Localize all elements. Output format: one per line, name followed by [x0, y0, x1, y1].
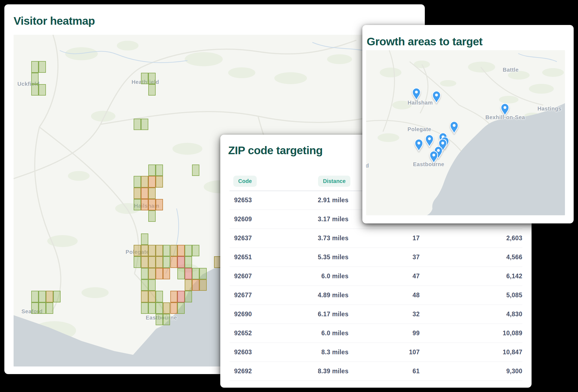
heat-cell[interactable]	[156, 314, 163, 325]
heat-cell[interactable]	[134, 176, 141, 187]
heat-cell[interactable]	[134, 256, 141, 268]
heat-cell[interactable]	[156, 165, 163, 176]
heat-cell[interactable]	[177, 245, 185, 256]
heat-cell[interactable]	[170, 302, 178, 314]
heat-cell[interactable]	[134, 199, 141, 210]
heat-cell[interactable]	[141, 233, 148, 245]
heat-cell[interactable]	[148, 268, 156, 279]
heat-cell[interactable]	[39, 61, 46, 72]
heat-cell[interactable]	[156, 291, 163, 302]
heat-cell[interactable]	[46, 291, 53, 302]
table-cell: 10,089	[420, 330, 522, 337]
heat-cell[interactable]	[163, 245, 170, 256]
heat-cell[interactable]	[177, 291, 185, 302]
table-row[interactable]: 926774.89 miles485,085	[230, 286, 522, 305]
heat-cell[interactable]	[156, 199, 163, 210]
heat-cell[interactable]	[177, 256, 185, 268]
heat-cell[interactable]	[141, 176, 148, 187]
heat-cell[interactable]	[148, 210, 156, 222]
heat-cell[interactable]	[141, 188, 148, 199]
heat-cell[interactable]	[148, 245, 156, 256]
heat-cell[interactable]	[141, 245, 148, 256]
heat-cell[interactable]	[39, 84, 46, 96]
table-row[interactable]: 926526.0 miles9910,089	[230, 324, 522, 343]
heat-cell[interactable]	[148, 188, 156, 199]
heat-cell[interactable]	[199, 268, 207, 279]
heat-cell[interactable]	[31, 302, 39, 314]
heat-cell[interactable]	[156, 268, 163, 279]
heat-cell[interactable]	[39, 302, 46, 314]
table-row[interactable]: 926076.0 miles476,142	[230, 267, 522, 286]
heat-cell[interactable]	[141, 199, 148, 210]
heat-cell[interactable]	[148, 199, 156, 210]
heat-cell[interactable]	[134, 188, 141, 199]
heat-cell[interactable]	[163, 268, 170, 279]
heat-cell[interactable]	[156, 245, 163, 256]
heat-cell[interactable]	[163, 314, 170, 325]
table-row[interactable]: 926373.73 miles172,603	[230, 229, 522, 248]
heat-cell[interactable]	[156, 256, 163, 268]
heat-cell[interactable]	[156, 176, 163, 187]
heat-cell[interactable]	[141, 302, 148, 314]
heat-cell[interactable]	[185, 256, 192, 268]
heat-cell[interactable]	[31, 291, 39, 302]
heat-cell[interactable]	[141, 268, 148, 279]
heat-cell[interactable]	[177, 268, 185, 279]
heat-cell[interactable]	[163, 256, 170, 268]
heat-cell[interactable]	[141, 73, 148, 84]
heat-cell[interactable]	[185, 291, 192, 302]
heat-cell[interactable]	[185, 279, 192, 291]
map-pin-icon[interactable]	[425, 135, 434, 148]
map-pin-icon[interactable]	[500, 103, 510, 117]
table-row[interactable]: 926038.3 miles10710,847	[230, 343, 522, 362]
heat-cell[interactable]	[185, 268, 192, 279]
column-header-code[interactable]: Code	[233, 176, 257, 187]
table-cell: 10,847	[420, 349, 522, 356]
heat-cell[interactable]	[177, 302, 185, 314]
table-cell: 6,142	[420, 273, 522, 280]
table-row[interactable]: 926906.17 miles324,830	[230, 305, 522, 324]
heat-cell[interactable]	[141, 256, 148, 268]
map-pin-icon[interactable]	[429, 151, 438, 165]
heat-cell[interactable]	[185, 245, 192, 256]
heat-cell[interactable]	[141, 279, 148, 291]
heat-cell[interactable]	[192, 268, 199, 279]
heat-cell[interactable]	[148, 302, 156, 314]
heat-cell[interactable]	[148, 256, 156, 268]
heat-cell[interactable]	[192, 165, 199, 176]
column-header-distance[interactable]: Distance	[318, 176, 350, 187]
heat-cell[interactable]	[31, 73, 39, 84]
heat-cell[interactable]	[53, 291, 61, 302]
heat-cell[interactable]	[156, 302, 163, 314]
heat-cell[interactable]	[170, 256, 178, 268]
growth-areas-map[interactable]: BattleHastingsBexhill-on-SeaHailshamPole…	[366, 50, 565, 215]
map-pin-icon[interactable]	[450, 121, 459, 135]
heat-cell[interactable]	[134, 119, 141, 130]
heat-cell[interactable]	[148, 176, 156, 187]
heat-cell[interactable]	[148, 279, 156, 291]
heat-cell[interactable]	[39, 291, 46, 302]
map-pin-icon[interactable]	[412, 88, 421, 102]
heat-cell[interactable]	[31, 61, 39, 72]
heat-cell[interactable]	[46, 302, 53, 314]
table-cell: 99	[348, 330, 420, 337]
heat-cell[interactable]	[134, 245, 141, 256]
heat-cell[interactable]	[163, 302, 170, 314]
table-row[interactable]: 926928.39 miles619,300	[230, 362, 522, 381]
heat-cell[interactable]	[148, 165, 156, 176]
map-pin-icon[interactable]	[414, 139, 423, 153]
table-row[interactable]: 926515.35 miles374,566	[230, 248, 522, 267]
table-cell: 92652	[230, 330, 289, 337]
heat-cell[interactable]	[148, 73, 156, 84]
heat-cell[interactable]	[141, 291, 148, 302]
heat-cell[interactable]	[170, 291, 178, 302]
heat-cell[interactable]	[148, 84, 156, 96]
heat-cell[interactable]	[170, 245, 178, 256]
heat-cell[interactable]	[141, 119, 148, 130]
heat-cell[interactable]	[192, 245, 199, 256]
heat-cell[interactable]	[31, 84, 39, 96]
heat-cell[interactable]	[148, 291, 156, 302]
heat-cell[interactable]	[199, 279, 207, 291]
heat-cell[interactable]	[192, 279, 199, 291]
map-pin-icon[interactable]	[432, 91, 441, 105]
